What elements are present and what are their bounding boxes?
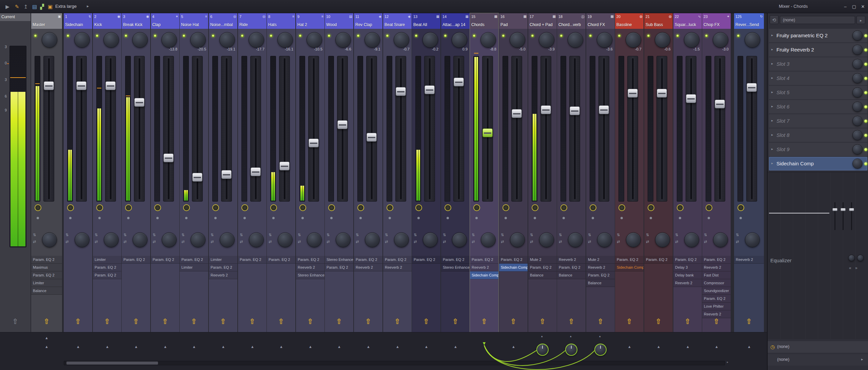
plugin-slot-row[interactable]: Param. EQ 2 [586, 271, 615, 279]
route-to-master-arrow[interactable]: ⇧ [180, 317, 208, 326]
plugin-slot-row[interactable]: Param. EQ 2 [383, 256, 412, 264]
mixer-track-strip[interactable]: 1↯Sidechain⇅⇄⇧ [64, 13, 92, 332]
record-arm-dot[interactable] [447, 217, 449, 219]
route-to-master-arrow[interactable]: ⇧ [557, 317, 586, 326]
mute-button[interactable] [473, 204, 480, 211]
slot-mix-knob[interactable] [852, 73, 863, 83]
slot-mix-knob[interactable] [852, 159, 863, 169]
mute-button[interactable] [270, 204, 277, 211]
track-name-row[interactable]: Wood [325, 21, 353, 29]
record-arm-dot[interactable] [156, 217, 159, 219]
panel-view-icon[interactable]: ▤ [31, 3, 39, 11]
plugin-slot-row[interactable]: Mute 2 [586, 256, 615, 264]
stereo-separation-knob[interactable] [394, 232, 409, 247]
effect-slot-1[interactable]: ▸Fruity parametric EQ 2 [769, 29, 867, 42]
plugin-slot-row[interactable]: Sidechain Comp [615, 264, 644, 271]
track-header[interactable]: 2◉ [93, 13, 121, 21]
slot-mix-knob[interactable] [852, 59, 863, 69]
route-to-master-arrow[interactable]: ⇧ [325, 317, 353, 326]
stereo-swap-icon[interactable]: ⇅ [327, 233, 330, 237]
plugin-slot-row[interactable]: Delay 3 [673, 264, 702, 271]
route-to-master-arrow[interactable]: ⇧ [499, 317, 528, 326]
volume-fader-thumb[interactable] [512, 109, 522, 118]
track-name-row[interactable]: Rev Clap [354, 21, 382, 29]
pan-knob[interactable] [655, 32, 670, 48]
effect-slot-3[interactable]: ▸Slot 3 [769, 57, 867, 71]
plugin-slot-row[interactable]: Limiter [209, 256, 237, 264]
plugin-slot-row[interactable]: Reeverb 2 [586, 264, 615, 271]
stereo-separation-icon[interactable]: ⇄ [65, 240, 68, 244]
mixer-track-strip[interactable]: 19▩Chord FX-3.6⇅⇄Mute 2Reeverb 2Param. E… [586, 13, 615, 332]
volume-fader-thumb[interactable] [251, 167, 261, 176]
volume-fader-track[interactable] [598, 56, 609, 202]
mute-button[interactable] [387, 204, 393, 211]
plugin-slot-row[interactable]: Param. EQ 2 [557, 264, 586, 271]
effect-slot-2[interactable]: ▸Fruity Reeverb 2 [769, 43, 867, 57]
volume-fader-thumb[interactable] [570, 106, 580, 115]
panel-bottom-row[interactable]: (none)▸ [768, 354, 868, 366]
track-header[interactable]: 20◍ [615, 13, 644, 21]
stereo-separation-knob[interactable] [249, 232, 264, 247]
plugin-slot-row[interactable]: Stereo Enhancer [325, 256, 353, 264]
volume-fader-thumb[interactable] [747, 83, 757, 92]
pan-knob[interactable] [364, 32, 380, 48]
mixer-track-strip[interactable]: 16▩Pad-5.0⇅⇄Param. EQ 2Sidechain Comp⇧ [499, 13, 528, 332]
plugin-slot-row[interactable]: Param. EQ 2 [499, 256, 528, 264]
stereo-separation-knob[interactable] [307, 232, 322, 247]
clock-icon[interactable]: ◷ [770, 344, 775, 350]
pan-knob[interactable] [335, 32, 351, 48]
track-name-row[interactable]: Pad [499, 21, 528, 29]
effect-slot-5[interactable]: ▸Slot 5 [769, 86, 867, 99]
eq-prev-icon[interactable]: « [849, 266, 851, 270]
plugin-slot-row[interactable]: Param. EQ 2 [267, 256, 295, 264]
track-name-row[interactable]: Clap [151, 21, 179, 29]
route-to-master-arrow[interactable]: ⇧ [31, 317, 62, 326]
plugin-slot-row[interactable]: Param. EQ 2 [441, 256, 470, 264]
volume-fader-thumb[interactable] [599, 105, 609, 114]
plugin-slot-row[interactable]: Reeverb 2 [296, 264, 324, 271]
volume-fader-track[interactable] [366, 56, 377, 202]
mute-button[interactable] [737, 204, 744, 211]
volume-fader-thumb[interactable] [337, 120, 348, 129]
pan-knob[interactable] [103, 32, 119, 48]
mixer-track-strip[interactable]: 23✦Chop FX-3.0⇅⇄Param. EQ 2Reeverb 2Fast… [702, 13, 731, 332]
volume-fader-thumb[interactable] [309, 139, 319, 147]
slot-arrow-icon[interactable]: ▸ [771, 62, 773, 65]
track-header[interactable]: 23✦ [702, 13, 731, 21]
pan-knob[interactable] [745, 32, 760, 48]
stereo-separation-icon[interactable]: ⇄ [211, 240, 214, 244]
volume-fader-thumb[interactable] [715, 100, 725, 108]
eq-low-knob[interactable] [848, 255, 855, 261]
track-name-row[interactable]: Break Kick [122, 21, 150, 29]
track-name-row[interactable]: Noise...mbal [209, 21, 237, 29]
stereo-swap-icon[interactable]: ⇅ [153, 233, 156, 237]
stereo-separation-knob[interactable] [220, 232, 235, 247]
stereo-separation-knob[interactable] [655, 232, 670, 247]
record-arm-dot[interactable] [708, 217, 710, 219]
route-to-master-arrow[interactable]: ⇧ [441, 317, 470, 326]
enable-led[interactable] [386, 34, 389, 37]
stereo-separation-icon[interactable]: ⇄ [530, 240, 533, 244]
track-header[interactable]: 125↻ [734, 13, 764, 21]
volume-fader-track[interactable] [43, 56, 54, 202]
route-to-master-arrow[interactable]: ⇧ [238, 317, 267, 326]
track-header[interactable]: 13▦ [412, 13, 440, 21]
enable-led[interactable] [647, 34, 650, 37]
stereo-separation-knob[interactable] [133, 232, 147, 247]
plugin-slot-row[interactable]: Param. EQ 2 [702, 295, 731, 303]
stereo-separation-icon[interactable]: ⇄ [269, 240, 272, 244]
track-header[interactable]: 9≡ [296, 13, 324, 21]
volume-fader-thumb[interactable] [279, 162, 290, 170]
mixer-track-strip[interactable]: 11◈Rev Clap-9.1⇅⇄Param. EQ 2Reeverb 2⇧ [354, 13, 382, 332]
enable-led[interactable] [737, 34, 740, 37]
slot-mix-knob[interactable] [852, 102, 863, 112]
mute-button[interactable] [415, 204, 422, 211]
track-header[interactable]: 5≡ [180, 13, 208, 21]
mute-button[interactable] [706, 204, 712, 211]
pan-knob[interactable] [132, 32, 148, 48]
stereo-swap-icon[interactable]: ⇅ [298, 233, 301, 237]
route-to-master-arrow[interactable]: ⇧ [64, 317, 92, 326]
record-arm-dot[interactable] [389, 217, 391, 219]
send-level-knob[interactable] [594, 344, 607, 356]
plugin-slot-row[interactable]: Limiter [31, 279, 62, 287]
